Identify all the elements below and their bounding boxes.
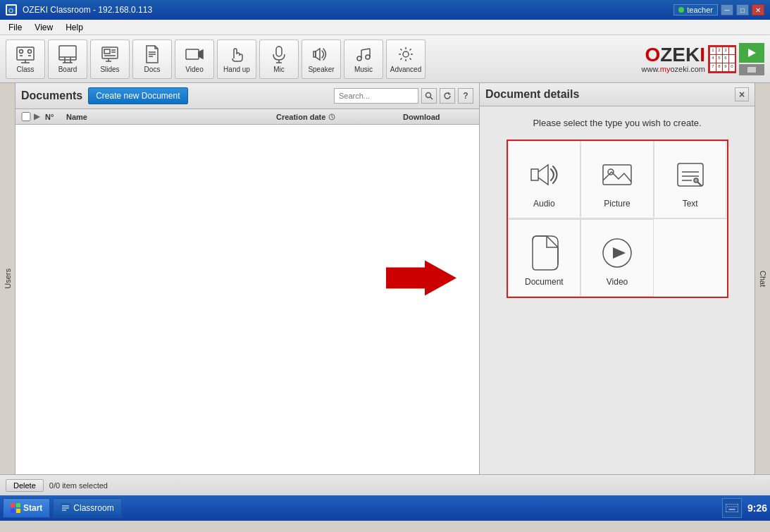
video-type-label: Video [607,277,628,287]
type-video-button[interactable]: Video [580,219,654,297]
svg-marker-42 [386,260,457,295]
toolbar-video-button[interactable]: Video [175,39,214,79]
toolbar-handup-button[interactable]: Hand up [217,39,256,79]
classroom-icon [61,503,70,513]
svg-rect-15 [104,49,110,54]
svg-rect-24 [186,49,199,59]
type-audio-button[interactable]: Audio [508,141,581,218]
svg-point-5 [20,50,23,54]
start-icon [11,503,20,513]
play-button[interactable] [739,43,764,63]
col-name: Name [66,113,276,121]
search-button[interactable] [421,88,437,104]
logo-area: OZEKI www.myozeki.com 1 2 3 4 5 6 7 8 9 … [642,43,764,75]
close-button[interactable]: ✕ [752,4,764,16]
teacher-name: teacher [687,6,713,14]
classroom-button[interactable]: Classroom [53,498,121,518]
type-picture-button[interactable]: Picture [580,141,654,218]
svg-rect-44 [603,165,631,185]
details-header: Document details × [480,83,755,106]
svg-rect-36 [747,67,756,73]
help-button[interactable]: ? [458,88,473,104]
type-document-button[interactable]: Document [508,219,581,297]
docs-label: Docs [144,66,161,73]
table-header: ▶ N° Name Creation date Download [15,109,479,125]
toolbar-class-button[interactable]: Class [6,39,45,79]
svg-rect-25 [276,47,282,56]
class-label: Class [16,66,34,73]
create-document-button[interactable]: Create new Document [88,87,187,104]
type-empty-cell [654,219,727,297]
search-input[interactable] [334,88,418,104]
svg-marker-54 [613,247,626,259]
refresh-button[interactable] [440,88,455,104]
item-count-label: 0/0 item selected [49,481,108,490]
mic-label: Mic [273,66,285,73]
menu-bar: File View Help [0,20,770,35]
main-area: Users Documents Create new Document ? [0,83,770,474]
toolbar-speaker-button[interactable]: Speaker [302,39,341,79]
svg-point-6 [28,50,32,54]
maximize-button[interactable]: □ [736,4,749,16]
menu-help[interactable]: Help [60,21,89,34]
svg-point-34 [403,51,409,57]
ozeki-grid-logo: 1 2 3 4 5 6 7 8 9 0 [708,45,736,73]
search-area: ? [334,88,473,104]
menu-view[interactable]: View [29,21,58,34]
video-label: Video [185,66,203,73]
bottom-bar: Delete 0/0 item selected [0,474,770,495]
keyboard-icon[interactable] [722,498,742,518]
document-details-panel: Document details × Please select the typ… [480,83,755,474]
toolbar-board-button[interactable]: Board [48,39,87,79]
start-button[interactable]: Start [3,498,50,518]
chat-sidebar[interactable]: Chat [755,83,770,474]
menu-file[interactable]: File [3,21,27,34]
col-download: Download [403,113,473,121]
svg-rect-9 [59,46,76,60]
start-label: Start [23,503,42,513]
svg-point-29 [357,56,361,61]
users-sidebar[interactable]: Users [0,83,15,474]
svg-line-52 [697,182,702,186]
close-details-button[interactable]: × [735,87,749,101]
toolbar-docs-button[interactable]: Docs [132,39,172,79]
music-label: Music [354,66,373,73]
delete-button[interactable]: Delete [6,479,44,492]
svg-line-38 [430,97,433,99]
col-date: Creation date [276,113,403,121]
svg-point-30 [366,55,370,59]
svg-line-33 [361,49,370,50]
classroom-label: Classroom [73,503,113,513]
minimize-button[interactable]: ─ [721,4,733,16]
toolbar-advanced-button[interactable]: Advanced [386,39,426,79]
type-selection-grid: Audio Picture [507,140,728,298]
users-sidebar-label: Users [4,268,12,289]
toolbar-mic-button[interactable]: Mic [259,39,299,79]
toolbar-slides-button[interactable]: Slides [90,39,130,79]
speaker-label: Speaker [308,66,334,73]
svg-rect-63 [726,504,738,512]
details-content: Please select the type you wish to creat… [480,106,755,474]
picture-type-label: Picture [604,199,630,209]
type-text-button[interactable]: Text [654,141,727,218]
toolbar-music-button[interactable]: Music [344,39,383,79]
svg-marker-35 [748,49,756,57]
select-type-text: Please select the type you wish to creat… [533,118,701,128]
play-stop-area [739,43,764,75]
documents-title: Documents [21,89,82,102]
svg-point-37 [426,93,431,98]
chat-sidebar-label: Chat [759,271,767,287]
taskbar-right: 9:26 [722,498,767,518]
select-all-checkbox[interactable] [21,112,31,121]
arrow-indicator [386,256,457,301]
text-type-label: Text [683,199,698,209]
sort-arrow-icon: ▶ [34,112,45,121]
svg-rect-58 [16,509,20,513]
window-title: OZEKI Classroom - 192.168.0.113 [23,5,152,15]
audio-type-label: Audio [533,199,555,209]
title-bar-left: O OZEKI Classroom - 192.168.0.113 [6,4,152,16]
status-dot [678,7,684,13]
title-bar-controls: teacher ─ □ ✕ [673,4,764,16]
ozeki-url: www.myozeki.com [642,65,705,73]
stop-button[interactable] [739,64,764,75]
